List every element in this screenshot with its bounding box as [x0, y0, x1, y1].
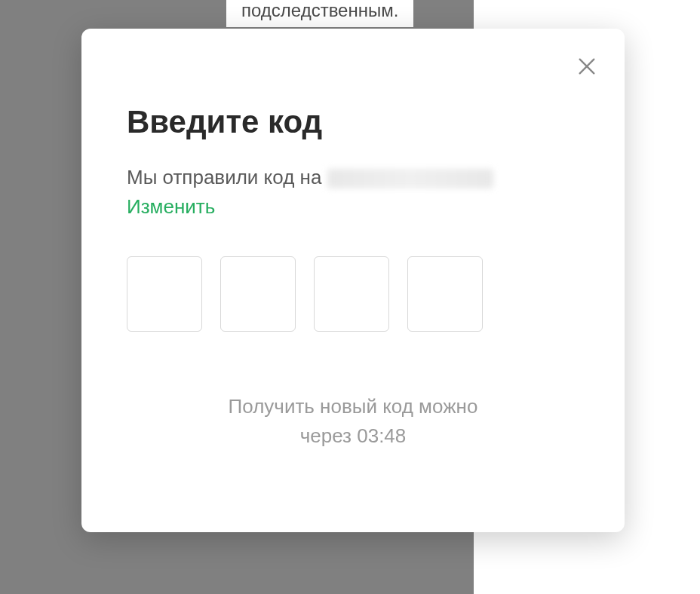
verification-modal: Введите код Мы отправили код на Изменить… — [81, 29, 625, 532]
modal-title: Введите код — [127, 104, 579, 140]
subtitle-prefix: Мы отправили код на — [127, 166, 327, 188]
timer-line-2: через 03:48 — [127, 421, 579, 451]
resend-timer: Получить новый код можно через 03:48 — [127, 392, 579, 451]
close-icon — [576, 56, 597, 77]
code-digit-3[interactable] — [314, 256, 389, 332]
code-digit-4[interactable] — [407, 256, 483, 332]
timer-line-1: Получить новый код можно — [127, 392, 579, 421]
code-input-group — [127, 256, 579, 332]
modal-subtitle: Мы отправили код на — [127, 163, 579, 192]
change-phone-link[interactable]: Изменить — [127, 195, 579, 219]
modal-overlay: Введите код Мы отправили код на Изменить… — [0, 0, 700, 594]
code-digit-2[interactable] — [220, 256, 296, 332]
close-button[interactable] — [572, 51, 602, 81]
phone-number-redacted — [327, 169, 493, 188]
code-digit-1[interactable] — [127, 256, 202, 332]
